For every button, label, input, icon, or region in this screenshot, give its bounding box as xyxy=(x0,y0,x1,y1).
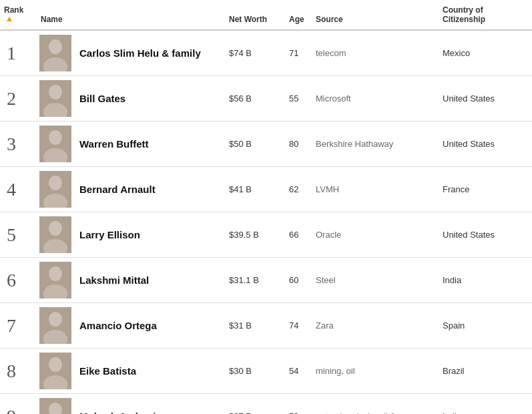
country-value: United States xyxy=(439,212,532,258)
age-value: 71 xyxy=(285,30,312,76)
name-header: Name xyxy=(37,0,225,30)
svg-point-3 xyxy=(43,103,67,117)
person-name: Lakshmi Mittal xyxy=(74,258,225,303)
svg-point-0 xyxy=(49,39,62,54)
table-row: 1 Carlos Slim Helu & family$74 B71teleco… xyxy=(0,30,532,76)
source-value: Oracle xyxy=(312,212,439,258)
age-value: 80 xyxy=(285,122,312,167)
net-worth-value: $31 B xyxy=(225,303,285,349)
networth-header: Net Worth xyxy=(225,0,285,30)
person-name: Eike Batista xyxy=(74,349,225,394)
svg-point-5 xyxy=(43,148,67,162)
rank-cell: 9 xyxy=(0,394,37,415)
table-row: 9 Mukesh Ambani$27 B53petrochemicals, oi… xyxy=(0,394,532,415)
age-value: 60 xyxy=(285,258,312,303)
rank-cell: 1 xyxy=(0,30,37,76)
source-value: Steel xyxy=(312,258,439,303)
net-worth-value: $41 B xyxy=(225,167,285,212)
age-value: 55 xyxy=(285,76,312,122)
net-worth-value: $50 B xyxy=(225,122,285,167)
rank-cell: 7 xyxy=(0,303,37,349)
svg-point-15 xyxy=(43,375,67,389)
person-name: Amancio Ortega xyxy=(74,303,225,349)
photo-cell xyxy=(37,303,74,349)
svg-point-6 xyxy=(49,176,62,190)
avatar xyxy=(39,216,71,253)
avatar xyxy=(39,171,71,208)
age-value: 62 xyxy=(285,167,312,212)
net-worth-value: $27 B xyxy=(225,394,285,415)
net-worth-value: $56 B xyxy=(225,76,285,122)
table-row: 4 Bernard Arnault$41 B62LVMHFrance xyxy=(0,167,532,212)
avatar xyxy=(39,307,71,344)
photo-cell xyxy=(37,394,74,415)
net-worth-value: $31.1 B xyxy=(225,258,285,303)
table-row: 6 Lakshmi Mittal$31.1 B60SteelIndia xyxy=(0,258,532,303)
svg-point-10 xyxy=(49,266,62,281)
svg-point-14 xyxy=(49,357,62,372)
svg-point-8 xyxy=(49,221,62,236)
photo-cell xyxy=(37,349,74,394)
country-value: Mexico xyxy=(439,30,532,76)
source-header: Source xyxy=(312,0,439,30)
rank-header[interactable]: Rank xyxy=(0,0,37,30)
photo-cell xyxy=(37,30,74,76)
photo-cell xyxy=(37,167,74,212)
svg-point-4 xyxy=(49,130,62,145)
photo-cell xyxy=(37,76,74,122)
source-value: petrochemicals, oil & gas xyxy=(312,394,439,415)
table-row: 2 Bill Gates$56 B55MicrosoftUnited State… xyxy=(0,76,532,122)
country-value: India xyxy=(439,258,532,303)
age-header: Age xyxy=(285,0,312,30)
table-row: 8 Eike Batista$30 B54mining, oilBrazil xyxy=(0,349,532,394)
table-row: 3 Warren Buffett$50 B80Berkshire Hathawa… xyxy=(0,122,532,167)
source-value: telecom xyxy=(312,30,439,76)
person-name: Carlos Slim Helu & family xyxy=(74,30,225,76)
avatar xyxy=(39,80,71,117)
country-value: Spain xyxy=(439,303,532,349)
svg-point-13 xyxy=(43,330,67,344)
age-value: 54 xyxy=(285,349,312,394)
source-value: Berkshire Hathaway xyxy=(312,122,439,167)
svg-point-11 xyxy=(43,284,67,298)
billionaires-table: Rank Name Net Worth Age Source Country o… xyxy=(0,0,532,414)
svg-point-7 xyxy=(43,194,67,208)
avatar xyxy=(39,262,71,298)
avatar xyxy=(39,353,71,389)
avatar xyxy=(39,126,71,162)
table-row: 7 Amancio Ortega$31 B74ZaraSpain xyxy=(0,303,532,349)
avatar xyxy=(39,398,71,414)
rank-label: Rank xyxy=(4,5,23,15)
sort-icon xyxy=(7,17,12,21)
person-name: Mukesh Ambani xyxy=(74,394,225,415)
table-row: 5 Larry Ellison$39.5 B66OracleUnited Sta… xyxy=(0,212,532,258)
country-value: Brazil xyxy=(439,349,532,394)
person-name: Larry Ellison xyxy=(74,212,225,258)
photo-cell xyxy=(37,122,74,167)
country-value: United States xyxy=(439,122,532,167)
svg-point-12 xyxy=(49,312,62,327)
rank-cell: 3 xyxy=(0,122,37,167)
net-worth-value: $39.5 B xyxy=(225,212,285,258)
person-name: Bernard Arnault xyxy=(74,167,225,212)
age-value: 53 xyxy=(285,394,312,415)
age-value: 66 xyxy=(285,212,312,258)
avatar xyxy=(39,35,71,71)
svg-point-2 xyxy=(49,85,62,99)
country-value: India xyxy=(439,394,532,415)
person-name: Bill Gates xyxy=(74,76,225,122)
net-worth-value: $74 B xyxy=(225,30,285,76)
country-value: France xyxy=(439,167,532,212)
rank-cell: 2 xyxy=(0,76,37,122)
net-worth-value: $30 B xyxy=(225,349,285,394)
svg-point-9 xyxy=(43,239,67,253)
rank-cell: 6 xyxy=(0,258,37,303)
photo-cell xyxy=(37,212,74,258)
country-value: United States xyxy=(439,76,532,122)
person-name: Warren Buffett xyxy=(74,122,225,167)
rank-cell: 5 xyxy=(0,212,37,258)
svg-point-16 xyxy=(49,403,62,414)
rank-cell: 8 xyxy=(0,349,37,394)
photo-cell xyxy=(37,258,74,303)
svg-point-1 xyxy=(43,57,67,71)
